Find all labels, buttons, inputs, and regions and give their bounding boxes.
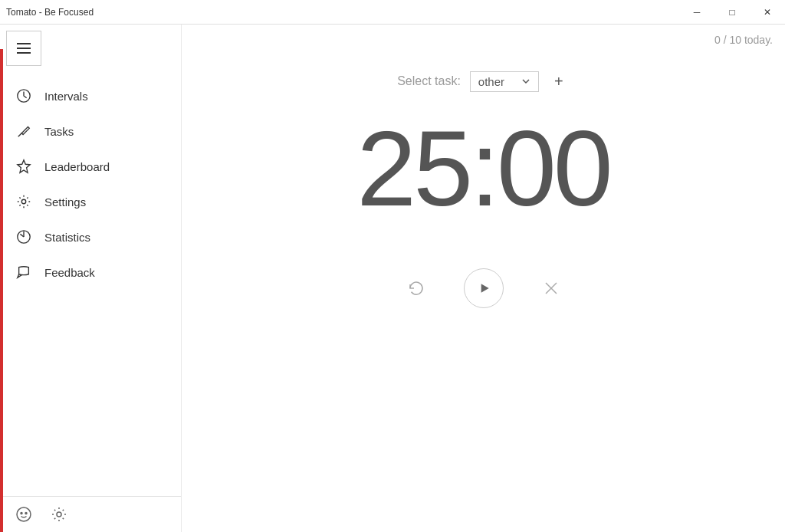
svg-point-6	[21, 199, 25, 203]
sidebar-item-feedback[interactable]: Feedback	[0, 255, 181, 290]
statistics-icon	[15, 228, 32, 245]
clock-icon	[15, 87, 32, 104]
svg-marker-5	[18, 160, 30, 172]
pencil-icon	[15, 123, 32, 140]
play-icon	[476, 281, 491, 296]
window-controls: ─ □ ✕	[679, 0, 785, 25]
cancel-button[interactable]	[534, 271, 568, 305]
daily-stat: 0 / 10 today.	[714, 34, 773, 46]
minimize-button[interactable]: ─	[679, 0, 714, 25]
sidebar-item-tasks[interactable]: Tasks	[0, 113, 181, 149]
app-title: Tomato - Be Focused	[6, 7, 94, 18]
svg-point-9	[21, 513, 22, 514]
nav-menu: Intervals Tasks Leade	[0, 72, 181, 496]
svg-line-4	[18, 133, 22, 137]
selected-task-value: other	[478, 75, 504, 88]
svg-marker-12	[481, 284, 488, 293]
sidebar-item-tasks-label: Tasks	[44, 125, 74, 138]
cancel-icon	[542, 279, 560, 297]
smiley-icon	[15, 506, 32, 523]
svg-point-11	[57, 512, 61, 517]
sidebar-item-settings[interactable]: Settings	[0, 184, 181, 219]
sidebar-item-feedback-label: Feedback	[44, 266, 95, 279]
star-icon	[15, 158, 32, 175]
hamburger-icon	[17, 41, 31, 55]
reset-button[interactable]	[399, 271, 433, 305]
svg-point-8	[17, 507, 31, 521]
hamburger-button[interactable]	[6, 31, 41, 66]
main-content: 0 / 10 today. Select task: other + 25:00	[182, 25, 785, 532]
sidebar-item-leaderboard-label: Leaderboard	[44, 160, 110, 173]
play-button[interactable]	[464, 268, 504, 308]
sidebar-footer	[0, 496, 181, 532]
sidebar-item-intervals-label: Intervals	[44, 90, 88, 103]
task-selector: Select task: other +	[397, 71, 570, 92]
title-bar: Tomato - Be Focused ─ □ ✕	[0, 0, 785, 25]
reset-icon	[407, 279, 425, 297]
feedback-icon	[15, 264, 32, 281]
maximize-button[interactable]: □	[714, 0, 750, 25]
timer-controls	[399, 268, 568, 308]
sidebar-item-statistics[interactable]: Statistics	[0, 219, 181, 255]
footer-gear-icon	[51, 506, 67, 523]
red-accent-bar	[0, 49, 3, 532]
add-task-button[interactable]: +	[548, 71, 570, 92]
chevron-down-icon	[521, 77, 530, 86]
sidebar-item-settings-label: Settings	[44, 195, 86, 209]
smiley-button[interactable]	[15, 506, 32, 523]
footer-settings-button[interactable]	[51, 506, 67, 523]
app-layout: Intervals Tasks Leade	[0, 25, 785, 532]
select-task-label: Select task:	[397, 74, 461, 88]
timer-display: 25:00	[356, 115, 609, 222]
sidebar-item-leaderboard[interactable]: Leaderboard	[0, 149, 181, 184]
task-dropdown[interactable]: other	[470, 71, 539, 92]
close-button[interactable]: ✕	[750, 0, 785, 25]
sidebar-item-statistics-label: Statistics	[44, 231, 90, 244]
sidebar: Intervals Tasks Leade	[0, 25, 182, 532]
svg-point-10	[25, 513, 27, 514]
sidebar-item-intervals[interactable]: Intervals	[0, 78, 181, 113]
gear-icon	[15, 193, 32, 210]
